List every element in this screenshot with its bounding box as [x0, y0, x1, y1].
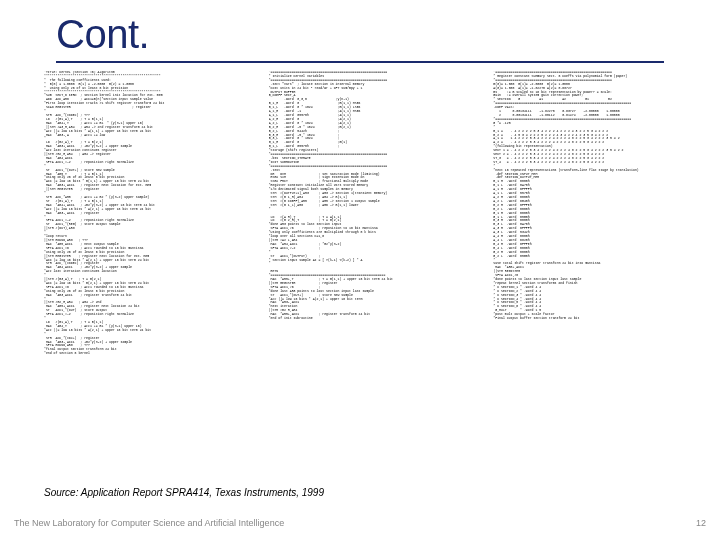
- code-column-1: *TITLE: Kernel (Section #6) Algorithm **…: [44, 71, 255, 356]
- footer-left: The New Laboratory for Computer Science …: [14, 518, 284, 528]
- slide-number: 12: [696, 518, 706, 528]
- slide: Cont. *TITLE: Kernel (Section #6) Algori…: [0, 0, 720, 540]
- code-columns: *TITLE: Kernel (Section #6) Algorithm **…: [0, 63, 720, 356]
- slide-title: Cont.: [56, 12, 720, 57]
- code-column-3: *=======================================…: [493, 71, 704, 356]
- title-wrap: Cont.: [0, 0, 720, 57]
- code-column-2: *=======================================…: [269, 71, 480, 356]
- source-citation: Source: Application Report SPRA414, Texa…: [44, 487, 324, 498]
